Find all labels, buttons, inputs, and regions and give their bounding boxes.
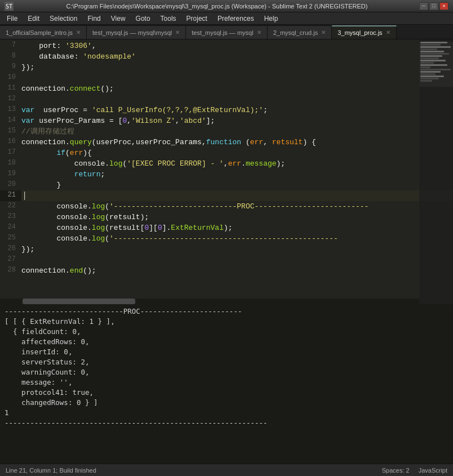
line-num-26: 26 (0, 244, 21, 252)
line-content-16: connection.query(userProc,userProc_Param… (21, 137, 453, 148)
line-13: 13 var userProc = 'call P_UserInfo(?,?,?… (0, 105, 453, 115)
app-icon: ST (5, 2, 14, 11)
line-28: 28 connection.end(); (0, 265, 453, 276)
line-num-21: 21 (0, 190, 21, 199)
menu-file[interactable]: File (2, 14, 22, 24)
line-num-11: 11 (0, 83, 21, 92)
line-num-28: 28 (0, 265, 21, 274)
line-num-23: 23 (0, 212, 21, 220)
menu-view[interactable]: View (106, 14, 130, 24)
line-17: 17 if(err){ (0, 148, 453, 158)
line-num-7: 7 (0, 41, 21, 49)
line-content-24: console.log(retsult[0][0].ExtReturnVal); (21, 223, 453, 233)
tab-2-label: test_mysql.js — mysql\mysql (92, 29, 172, 36)
line-num-17: 17 (0, 148, 21, 156)
menu-project[interactable]: Project (182, 14, 212, 24)
line-20: 20 } (0, 180, 453, 190)
line-content-20: } (21, 180, 453, 190)
line-content-15: //调用存储过程 (21, 126, 453, 137)
tab-5-label: 3_mysql_proc.js (337, 29, 382, 36)
menu-bar: File Edit Selection Find View Goto Tools… (0, 12, 453, 25)
minimap-preview (419, 42, 453, 87)
minimize-button[interactable]: — (419, 2, 428, 10)
line-num-10: 10 (0, 73, 21, 81)
line-content-23: console.log(retsult); (21, 212, 453, 223)
line-content-14: var userProc_Params = [0,'Wilson Z','abc… (21, 115, 453, 126)
line-num-27: 27 (0, 255, 21, 263)
tab-3[interactable]: test_mysql.js — mysql ✕ (186, 25, 267, 39)
line-10: 10 (0, 73, 453, 83)
tab-3-close[interactable]: ✕ (257, 30, 261, 35)
line-num-14: 14 (0, 115, 21, 124)
line-num-25: 25 (0, 233, 21, 242)
line-24: 24 console.log(retsult[0][0].ExtReturnVa… (0, 223, 453, 233)
line-num-24: 24 (0, 223, 21, 231)
svg-text:ST: ST (6, 3, 12, 10)
line-26: 26 }); (0, 244, 453, 255)
line-num-16: 16 (0, 137, 21, 145)
line-num-12: 12 (0, 94, 21, 103)
line-num-8: 8 (0, 51, 21, 60)
line-23: 23 console.log(retsult); (0, 212, 453, 223)
menu-preferences[interactable]: Preferences (213, 14, 259, 24)
menu-tools[interactable]: Tools (156, 14, 181, 24)
status-bar: Line 21, Column 1; Build finished Spaces… (0, 464, 453, 476)
line-content-11: connection.connect(); (21, 83, 453, 94)
tab-1[interactable]: 1_officialSample_intro.js ✕ (0, 25, 87, 39)
menu-find[interactable]: Find (83, 14, 105, 24)
line-num-9: 9 (0, 62, 21, 70)
line-num-13: 13 (0, 105, 21, 113)
line-content-21: │ (21, 190, 453, 201)
tab-4-label: 2_mysql_crud.js (273, 29, 318, 36)
line-content-7: port: '3306', (21, 41, 453, 51)
title-bar: ST C:\Program Files\nodejs\Workspace\mys… (0, 0, 453, 12)
close-button[interactable]: ✕ (439, 2, 448, 10)
tab-4-close[interactable]: ✕ (321, 30, 326, 35)
line-content-25: console.log('---------------------------… (21, 233, 453, 244)
line-27: 27 (0, 255, 453, 265)
line-11: 11 connection.connect(); (0, 83, 453, 94)
status-spaces[interactable]: Spaces: 2 (382, 467, 410, 474)
line-8: 8 database: 'nodesample' (0, 51, 453, 62)
status-language[interactable]: JavaScript (419, 467, 447, 474)
tab-3-label: test_mysql.js — mysql (192, 29, 253, 36)
code-editor[interactable]: 7 port: '3306', 8 database: 'nodesample'… (0, 39, 453, 304)
line-content-8: database: 'nodesample' (21, 51, 453, 62)
menu-edit[interactable]: Edit (23, 14, 44, 24)
status-left: Line 21, Column 1; Build finished (6, 467, 96, 474)
line-16: 16 connection.query(userProc,userProc_Pa… (0, 137, 453, 148)
terminal-panel[interactable]: ----------------------------PROC--------… (0, 304, 453, 464)
tab-1-close[interactable]: ✕ (76, 30, 81, 35)
line-content-17: if(err){ (21, 148, 453, 158)
line-18: 18 console.log('[EXEC PROC ERROR] - ',er… (0, 158, 453, 169)
status-right: Spaces: 2 JavaScript (382, 467, 447, 474)
tab-2-close[interactable]: ✕ (175, 30, 180, 35)
line-num-19: 19 (0, 169, 21, 177)
menu-selection[interactable]: Selection (45, 14, 82, 24)
tab-5[interactable]: 3_mysql_proc.js ✕ (332, 25, 396, 39)
maximize-button[interactable]: □ (429, 2, 438, 10)
h-scrollbar-track[interactable] (0, 299, 419, 304)
line-content-18: console.log('[EXEC PROC ERROR] - ',err.m… (21, 158, 453, 169)
line-15: 15 //调用存储过程 (0, 126, 453, 137)
h-scrollbar-thumb[interactable] (23, 299, 135, 304)
line-14: 14 var userProc_Params = [0,'Wilson Z','… (0, 115, 453, 126)
line-12: 12 (0, 94, 453, 105)
line-content-13: var userProc = 'call P_UserInfo(?,?,?,@E… (21, 105, 453, 115)
line-num-15: 15 (0, 126, 21, 135)
line-content-9: }); (21, 62, 453, 73)
tab-5-close[interactable]: ✕ (386, 30, 390, 35)
line-content-28: connection.end(); (21, 265, 453, 276)
menu-help[interactable]: Help (260, 14, 283, 24)
tab-4[interactable]: 2_mysql_crud.js ✕ (268, 25, 332, 39)
tab-1-label: 1_officialSample_intro.js (6, 29, 73, 36)
minimap (419, 39, 453, 304)
menu-goto[interactable]: Goto (131, 14, 155, 24)
tab-2[interactable]: test_mysql.js — mysql\mysql ✕ (87, 25, 186, 39)
line-21: 21 │ (0, 190, 453, 201)
line-7: 7 port: '3306', (0, 41, 453, 51)
code-lines: 7 port: '3306', 8 database: 'nodesample'… (0, 39, 453, 277)
line-25: 25 console.log('------------------------… (0, 233, 453, 244)
line-content-19: return; (21, 169, 453, 180)
terminal-text: ----------------------------PROC--------… (5, 306, 448, 428)
